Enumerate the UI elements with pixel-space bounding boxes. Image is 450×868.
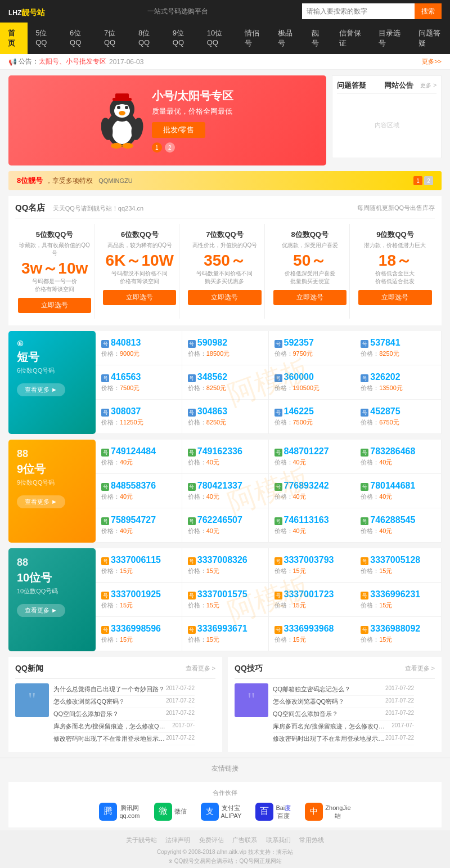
nine-num-more-btn[interactable]: 查看更多 ► xyxy=(17,495,65,508)
num-3337001925[interactable]: 3337001925 xyxy=(111,589,161,599)
num-749162336[interactable]: 749162336 xyxy=(197,446,242,456)
num-3337008326[interactable]: 3337008326 xyxy=(197,555,248,565)
num-416563[interactable]: 416563 xyxy=(111,372,141,382)
nav-item-premium[interactable]: 极品号 xyxy=(270,23,304,54)
nav-item-pretty[interactable]: 靓号 xyxy=(304,23,331,54)
shop-8digit-btn[interactable]: 立即选号 xyxy=(273,290,346,305)
search-button[interactable]: 搜索 xyxy=(415,3,442,19)
nav-item-10qq[interactable]: 10位QQ xyxy=(199,23,237,54)
tips-link[interactable]: 库房多而名光/搜保留痕迹，怎么修改QQ号码？ xyxy=(273,722,385,731)
num-3337001575[interactable]: 3337001575 xyxy=(197,589,248,599)
banner-btn[interactable]: 批发/零售 xyxy=(152,122,206,138)
tips-link[interactable]: 怎么修改浏览器QQ密码？ xyxy=(273,697,344,706)
shop-7digit-btn[interactable]: 立即选号 xyxy=(188,290,261,305)
news-link[interactable]: QQ空间怎么添加音乐？ xyxy=(53,710,119,718)
nav-item-5qq[interactable]: 5位QQ xyxy=(28,23,62,54)
zhongjie-logo-symbol: 中 xyxy=(310,807,318,817)
num-746288545[interactable]: 746288545 xyxy=(370,515,415,525)
nav-item-faq[interactable]: 问题答疑 xyxy=(411,23,450,54)
icp-text: ※ QQ靓号交易网合漓示站；QQ号网正规网站 xyxy=(168,858,282,864)
num-848558376[interactable]: 848558376 xyxy=(111,481,156,490)
num-746113163[interactable]: 746113163 xyxy=(284,515,329,525)
nav-item-home[interactable]: 首页 xyxy=(0,23,28,54)
num-icon: 号 xyxy=(274,592,282,599)
vip-dot-2[interactable]: 2 xyxy=(424,176,433,185)
ten-num-icon: 88 xyxy=(17,557,28,569)
tips-link[interactable]: QQ空间怎么添加音乐？ xyxy=(273,710,338,718)
num-3337005128[interactable]: 3337005128 xyxy=(370,555,420,565)
num-348562[interactable]: 348562 xyxy=(197,372,227,382)
num-758954727[interactable]: 758954727 xyxy=(111,515,156,525)
num-590982[interactable]: 590982 xyxy=(197,338,227,347)
nav-item-9qq[interactable]: 9位QQ xyxy=(165,23,199,54)
num-537841[interactable]: 537841 xyxy=(370,338,400,347)
num-360000[interactable]: 360000 xyxy=(284,372,314,382)
num-price: 价格：15元 xyxy=(361,636,435,644)
num-price: 价格：190500元 xyxy=(274,384,350,392)
news-link[interactable]: 库房多而名光/搜保留痕迹，怎么修改QQ号码？ xyxy=(53,722,166,731)
tips-link[interactable]: QQ邮箱独立密码忘记怎么？ xyxy=(273,685,350,693)
num-3336998596[interactable]: 3336998596 xyxy=(111,624,161,633)
num-price: 价格：9000元 xyxy=(101,350,176,358)
footer-link-hotline[interactable]: 常用热线 xyxy=(299,836,324,843)
news-more-link[interactable]: 查看更多 > xyxy=(186,664,215,673)
ann-more[interactable]: 更多>> xyxy=(422,57,442,66)
sidebar-more[interactable]: 更多 > xyxy=(420,82,436,90)
num-146225[interactable]: 146225 xyxy=(284,406,314,416)
num-326202[interactable]: 326202 xyxy=(370,372,400,382)
vip-dot-1[interactable]: 1 xyxy=(413,176,422,185)
nav-item-8qq[interactable]: 8位QQ xyxy=(130,23,165,54)
search-input[interactable] xyxy=(302,3,415,19)
footer-link-eval[interactable]: 免费评估 xyxy=(199,836,224,843)
shop-5digit-btn[interactable]: 立即选号 xyxy=(18,298,91,313)
num-icon: 号 xyxy=(188,557,196,565)
nav-item-couple[interactable]: 情侣号 xyxy=(237,23,271,54)
num-icon: 号 xyxy=(101,592,109,599)
ann-link[interactable]: 太阳号、小号批发专区 xyxy=(39,57,106,66)
num-592357[interactable]: 592357 xyxy=(284,338,314,347)
footer-link-about[interactable]: 关于靓号站 xyxy=(126,836,157,843)
num-749124484[interactable]: 749124484 xyxy=(111,446,156,456)
num-848701227[interactable]: 848701227 xyxy=(284,446,329,456)
nine-num-title: 9位号 xyxy=(17,462,46,477)
num-452875[interactable]: 452875 xyxy=(370,406,400,416)
num-3336993671[interactable]: 3336993671 xyxy=(197,624,248,633)
footer-link-legal[interactable]: 法律声明 xyxy=(165,836,190,843)
banner-dot-2[interactable]: 2 xyxy=(165,142,175,153)
num-780144681[interactable]: 780144681 xyxy=(370,481,415,490)
shop-8digit-desc: 优惠款，深受用户喜爱 xyxy=(273,241,346,249)
ten-num-more-btn[interactable]: 查看更多 ► xyxy=(17,604,65,617)
nav-item-6qq[interactable]: 6位QQ xyxy=(62,23,96,54)
num-cell: 号308037价格：11250元 xyxy=(96,400,182,434)
num-3337003793[interactable]: 3337003793 xyxy=(284,555,334,565)
num-3336993968[interactable]: 3336993968 xyxy=(284,624,334,633)
num-308037[interactable]: 308037 xyxy=(111,406,141,416)
banner-dot-1[interactable]: 1 xyxy=(152,142,162,153)
num-cell: 号749124484价格：40元 xyxy=(96,440,182,474)
tips-more-link[interactable]: 查看更多 > xyxy=(405,664,435,673)
num-3336988092[interactable]: 3336988092 xyxy=(370,624,420,633)
news-link[interactable]: 修改密码时出现了不在常用登录地显示提示怎么办？ xyxy=(53,735,166,743)
footer-link-contact[interactable]: 联系我们 xyxy=(266,836,291,843)
num-780421337[interactable]: 780421337 xyxy=(197,481,242,490)
num-776893242[interactable]: 776893242 xyxy=(284,481,329,490)
nav-item-trust[interactable]: 信誉保证 xyxy=(331,23,371,54)
num-840813[interactable]: 840813 xyxy=(111,338,141,347)
nav-item-7qq[interactable]: 7位QQ xyxy=(96,23,130,54)
num-304863[interactable]: 304863 xyxy=(197,406,227,416)
num-3337006115[interactable]: 3337006115 xyxy=(111,555,161,565)
num-3336996231[interactable]: 3336996231 xyxy=(370,589,420,599)
num-3337001723[interactable]: 3337001723 xyxy=(284,589,334,599)
footer-link-ad[interactable]: 广告联系 xyxy=(232,836,257,843)
shop-6digit-btn[interactable]: 立即选号 xyxy=(103,290,176,305)
news-link[interactable]: 怎么修改浏览器QQ密码？ xyxy=(53,697,125,706)
nav-item-catalog[interactable]: 目录选号 xyxy=(371,23,410,54)
logo[interactable]: LHZ靓号站 xyxy=(8,4,45,19)
news-link[interactable]: 为什么总觉得自己出现了一个奇妙回路？ xyxy=(53,685,165,693)
num-783286468[interactable]: 783286468 xyxy=(370,446,415,456)
num-762246507[interactable]: 762246507 xyxy=(197,515,242,525)
tips-link[interactable]: 修改密码时出现了不在常用登录地显示提示怎么办？ xyxy=(273,735,385,743)
short-num-more-btn[interactable]: 查看更多 ► xyxy=(17,383,65,396)
shop-9digit-btn[interactable]: 立即选号 xyxy=(358,290,432,305)
news-date: 2017-07-22 xyxy=(166,685,195,693)
